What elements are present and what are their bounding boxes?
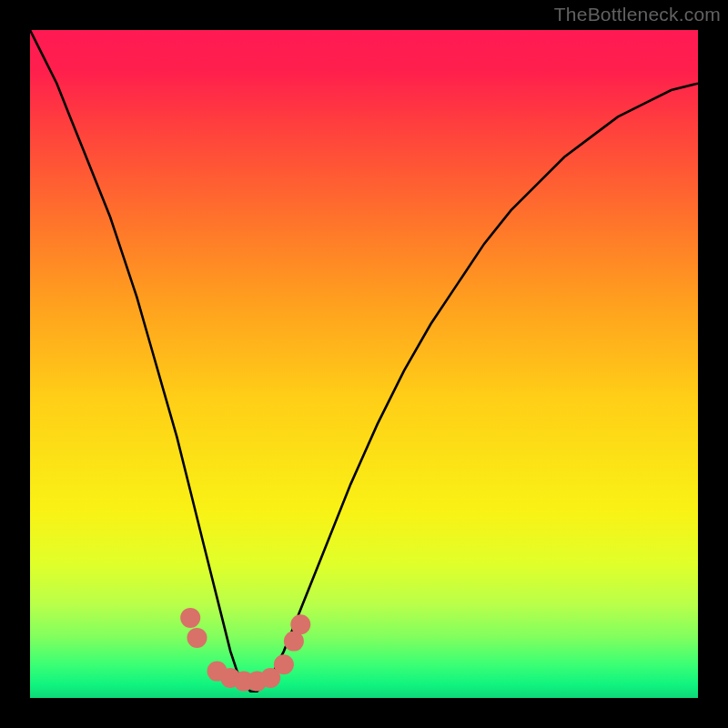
watermark-text: TheBottleneck.com — [554, 4, 721, 25]
chart-svg — [30, 30, 698, 698]
bottleneck-curve-path — [30, 30, 698, 692]
chart-plot-area — [30, 30, 698, 698]
trough-marker — [290, 614, 310, 634]
trough-marker — [180, 608, 200, 628]
trough-marker — [187, 628, 207, 648]
trough-marker-group — [180, 608, 310, 692]
trough-marker — [274, 654, 294, 674]
chart-frame: TheBottleneck.com — [0, 0, 728, 728]
